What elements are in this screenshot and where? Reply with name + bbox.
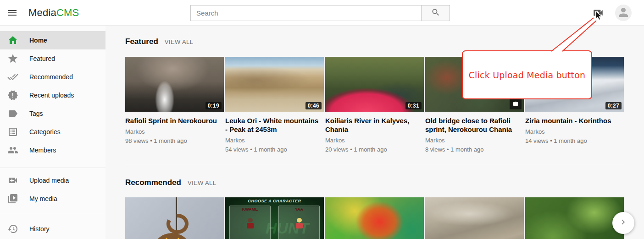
upload-media-button[interactable] xyxy=(592,7,604,19)
video-card[interactable]: 0:19 Rafioli Sprint in Nerokourou Markos… xyxy=(125,57,224,153)
double-check-icon xyxy=(7,71,18,82)
sidebar-item-label: Featured xyxy=(29,55,55,62)
sidebar-item-label: Home xyxy=(29,37,47,44)
video-meta: 8 views • 1 month ago xyxy=(425,146,524,153)
video-card[interactable] xyxy=(425,197,524,239)
video-thumbnail[interactable]: CHOOSE A CHARACTER HUNT KWAME YAA Select… xyxy=(225,197,324,239)
video-card[interactable]: 0:46 Leuka Ori - White mountains - Peak … xyxy=(225,57,324,153)
search-button[interactable] xyxy=(421,5,450,21)
sidebar-item-my-media[interactable]: My media xyxy=(0,190,105,208)
sidebar-item-label: Recent uploads xyxy=(29,92,74,99)
sidebar-item-featured[interactable]: Featured xyxy=(0,49,105,68)
star-icon xyxy=(7,53,18,64)
sidebar-item-label: Upload media xyxy=(29,177,69,184)
sidebar-item-recent-uploads[interactable]: Recent uploads xyxy=(0,86,105,104)
sidebar-item-label: Categories xyxy=(29,128,61,136)
recommended-section-header: Recommended VIEW ALL xyxy=(125,165,623,187)
callout-text: Click Upload Media button xyxy=(469,70,586,80)
sidebar-item-history[interactable]: History xyxy=(0,220,105,238)
video-author[interactable]: Markos xyxy=(125,128,224,135)
game-character-sprite xyxy=(246,218,254,229)
video-thumbnail[interactable] xyxy=(425,197,524,239)
video-meta: 20 views • 1 month ago xyxy=(325,146,424,153)
video-card[interactable]: CHOOSE A CHARACTER HUNT KWAME YAA Select… xyxy=(225,197,324,239)
video-library-icon xyxy=(7,193,18,204)
recommended-title: Recommended xyxy=(125,178,181,187)
list-icon xyxy=(7,126,18,137)
game-character-panel: YAA xyxy=(278,206,320,239)
video-thumbnail[interactable] xyxy=(125,197,224,239)
new-releases-icon xyxy=(7,90,18,101)
game-character-sprite xyxy=(295,218,303,229)
camera-icon xyxy=(510,98,522,109)
video-author[interactable]: Markos xyxy=(425,137,524,144)
sidebar-item-label: Tags xyxy=(29,110,43,117)
top-bar: MediaCMS xyxy=(0,0,644,26)
video-author[interactable]: Markos xyxy=(225,137,324,144)
video-thumbnail[interactable] xyxy=(325,197,424,239)
pumpkin-thumbnail-art xyxy=(125,197,224,239)
sidebar-item-label: History xyxy=(29,225,50,233)
game-character-panel: KWAME xyxy=(229,206,271,239)
tutorial-callout: Click Upload Media button xyxy=(462,50,592,99)
video-card[interactable]: 0:31 Koiliaris River in Kalyves, Chania … xyxy=(325,57,424,153)
video-thumbnail[interactable]: 0:46 xyxy=(225,57,324,112)
recommended-section: Recommended VIEW ALL CHOOSE xyxy=(125,165,623,239)
chevron-right-icon xyxy=(618,217,628,229)
duration-badge: 0:27 xyxy=(605,102,622,109)
search-form xyxy=(190,5,450,21)
people-icon xyxy=(7,145,18,156)
video-call-plus-icon xyxy=(592,12,604,20)
video-thumbnail[interactable]: 0:31 xyxy=(325,57,424,112)
duration-badge: 0:31 xyxy=(405,102,422,109)
sidebar-item-categories[interactable]: Categories xyxy=(0,123,105,141)
sidebar-item-members[interactable]: Members xyxy=(0,141,105,159)
video-title[interactable]: Ziria mountain - Korinthos xyxy=(525,116,624,125)
tag-icon xyxy=(7,108,18,119)
video-title[interactable]: Leuka Ori - White mountains - Peak at 24… xyxy=(225,116,324,134)
video-call-plus-icon xyxy=(7,175,18,186)
video-card[interactable] xyxy=(125,197,224,239)
history-icon xyxy=(7,223,18,234)
video-thumbnail[interactable]: 0:19 xyxy=(125,57,224,112)
video-meta: 14 views • 1 month ago xyxy=(525,137,624,144)
video-author[interactable]: Markos xyxy=(325,137,424,144)
person-icon xyxy=(616,5,630,21)
video-card[interactable] xyxy=(325,197,424,239)
game-character-name: KWAME xyxy=(230,207,270,212)
search-icon xyxy=(431,8,440,19)
game-screen-title: CHOOSE A CHARACTER xyxy=(225,199,324,203)
hamburger-menu-icon[interactable] xyxy=(7,7,19,18)
video-title[interactable]: Rafioli Sprint in Nerokourou xyxy=(125,116,224,125)
featured-view-all-link[interactable]: VIEW ALL xyxy=(165,38,193,45)
video-card[interactable] xyxy=(525,197,624,239)
sidebar-item-upload-media[interactable]: Upload media xyxy=(0,171,105,190)
sidebar-item-tags[interactable]: Tags xyxy=(0,104,105,123)
search-input[interactable] xyxy=(190,5,421,21)
carousel-next-button[interactable] xyxy=(612,212,634,234)
featured-title: Featured xyxy=(125,37,158,46)
game-character-name: YAA xyxy=(279,207,319,212)
recommended-cards-row: CHOOSE A CHARACTER HUNT KWAME YAA Select… xyxy=(125,197,623,239)
sidebar-item-recommended[interactable]: Recommended xyxy=(0,68,105,86)
video-title[interactable]: Koiliaris River in Kalyves, Chania xyxy=(325,116,424,134)
duration-badge: 0:19 xyxy=(205,102,222,109)
video-title[interactable]: Old bridge close to Rafioli sprint, Nero… xyxy=(425,116,524,134)
video-meta: 54 views • 1 month ago xyxy=(225,146,324,153)
logo-media: Media xyxy=(28,7,56,18)
recommended-view-all-link[interactable]: VIEW ALL xyxy=(188,179,216,186)
video-meta: 98 views • 1 month ago xyxy=(125,137,224,144)
duration-badge: 0:46 xyxy=(305,102,322,109)
mediacms-logo[interactable]: MediaCMS xyxy=(28,0,79,26)
logo-cms: CMS xyxy=(56,7,79,18)
video-thumbnail[interactable] xyxy=(525,197,624,239)
video-author[interactable]: Markos xyxy=(525,128,624,135)
sidebar-item-label: My media xyxy=(29,195,57,202)
sidebar-item-home[interactable]: Home xyxy=(0,31,105,49)
user-avatar[interactable] xyxy=(615,5,632,21)
sidebar-item-label: Recommended xyxy=(29,73,73,81)
sidebar: Home Featured Recommended Recent uploads… xyxy=(0,26,105,239)
home-icon xyxy=(7,35,18,46)
sidebar-item-label: Members xyxy=(29,147,56,154)
featured-section-header: Featured VIEW ALL xyxy=(105,26,644,46)
